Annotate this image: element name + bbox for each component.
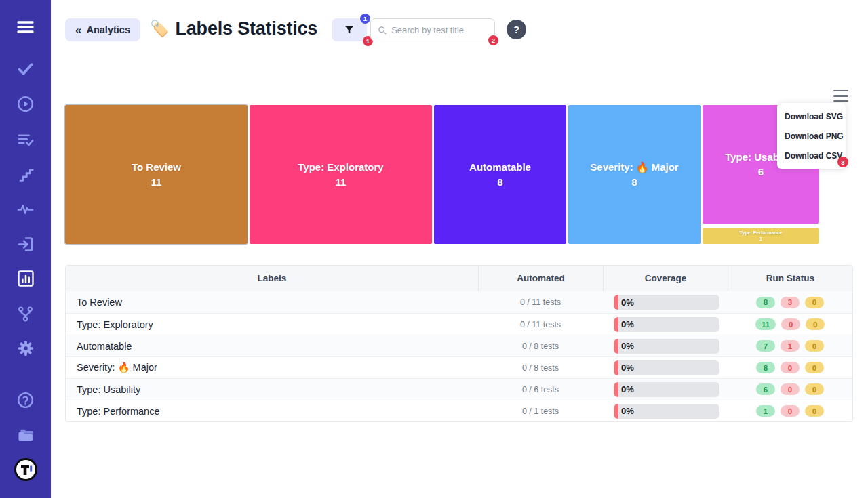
sidebar-item-steps[interactable] bbox=[0, 161, 51, 188]
row-automated: 0 / 8 tests bbox=[478, 341, 603, 351]
stairs-icon bbox=[17, 165, 35, 183]
column-header-coverage: Coverage bbox=[603, 266, 728, 291]
question-circle-icon bbox=[16, 391, 35, 409]
treemap-block-exploratory[interactable]: Type: Exploratory 11 bbox=[250, 105, 432, 244]
hamburger-icon bbox=[833, 90, 848, 91]
treemap-label: Type: Performance bbox=[740, 230, 783, 236]
treemap-value: 8 bbox=[631, 175, 637, 190]
sidebar bbox=[0, 0, 51, 498]
download-csv-item[interactable]: Download CSV bbox=[777, 146, 846, 165]
treemap-block-automatable[interactable]: Automatable 8 bbox=[434, 105, 566, 244]
coverage-bar: 0% bbox=[614, 295, 719, 310]
treemap-block-severity-major[interactable]: Severity: 🔥 Major 8 bbox=[568, 105, 701, 244]
page-title-text: Labels Statistics bbox=[176, 16, 318, 41]
row-coverage: 0% bbox=[603, 404, 728, 419]
sidebar-item-projects[interactable] bbox=[0, 421, 51, 449]
row-label: Type: Performance bbox=[66, 406, 478, 417]
passed-count-badge: 8 bbox=[756, 297, 775, 308]
treemap-label: Automatable bbox=[469, 160, 531, 175]
sidebar-item-analytics[interactable] bbox=[0, 265, 51, 292]
sidebar-logo[interactable] bbox=[0, 456, 51, 483]
page-title: 🏷️ Labels Statistics bbox=[150, 16, 317, 41]
search-input[interactable] bbox=[391, 25, 488, 35]
download-png-item[interactable]: Download PNG bbox=[777, 126, 846, 146]
sidebar-item-test-plans[interactable] bbox=[0, 126, 51, 153]
coverage-fill bbox=[614, 317, 618, 332]
filter-button[interactable]: 1 1 bbox=[332, 18, 367, 41]
failed-count-badge: 0 bbox=[781, 383, 800, 395]
passed-count-badge: 6 bbox=[756, 383, 775, 395]
column-header-automated: Automated bbox=[478, 266, 603, 291]
sidebar-item-import[interactable] bbox=[0, 230, 51, 257]
row-automated: 0 / 11 tests bbox=[478, 320, 603, 329]
treemap-label: To Review bbox=[132, 160, 181, 175]
coverage-fill bbox=[614, 360, 618, 375]
table-row[interactable]: Type: Performance 0 / 1 tests 0% 1 0 0 bbox=[66, 400, 852, 421]
sidebar-item-branches[interactable] bbox=[0, 300, 51, 327]
labels-stats-table: Labels Automated Coverage Run Status To … bbox=[65, 265, 853, 422]
back-chevron-icon: « bbox=[75, 24, 81, 36]
failed-count-badge: 0 bbox=[781, 362, 800, 373]
treemap-block-to-review[interactable]: To Review 11 bbox=[65, 105, 248, 244]
coverage-bar: 0% bbox=[614, 382, 719, 397]
treemap-label: Severity: 🔥 Major bbox=[590, 160, 678, 175]
column-header-run-status: Run Status bbox=[728, 266, 852, 291]
treemap-value: 6 bbox=[758, 165, 764, 180]
row-run-status: 8 3 0 bbox=[728, 297, 852, 308]
filter-funnel-icon bbox=[344, 24, 355, 35]
help-button[interactable]: ? bbox=[507, 20, 526, 39]
git-fork-icon bbox=[16, 305, 35, 323]
table-row[interactable]: Severity: 🔥 Major 0 / 8 tests 0% 8 0 0 bbox=[66, 356, 852, 378]
table-row[interactable]: Type: Usability 0 / 6 tests 0% 6 0 0 bbox=[66, 378, 852, 400]
row-label: Type: Usability bbox=[66, 384, 478, 395]
passed-count-badge: 8 bbox=[756, 362, 775, 373]
label-tag-emoji: 🏷️ bbox=[150, 16, 170, 41]
row-label: To Review bbox=[66, 297, 478, 308]
sidebar-item-pulse[interactable] bbox=[0, 195, 51, 222]
download-svg-item[interactable]: Download SVG bbox=[777, 106, 846, 126]
row-label: Automatable bbox=[66, 341, 478, 352]
row-run-status: 7 1 0 bbox=[728, 340, 852, 352]
chart-export-dropdown: Download SVG Download PNG Download CSV bbox=[777, 103, 846, 169]
search-icon bbox=[378, 25, 387, 35]
skipped-count-badge: 0 bbox=[805, 383, 824, 395]
bar-chart-icon bbox=[16, 269, 35, 288]
back-to-analytics-button[interactable]: « Analytics bbox=[65, 18, 140, 41]
filter-badge-top: 1 bbox=[360, 14, 370, 24]
coverage-fill bbox=[614, 404, 618, 419]
treemap-label: Type: Exploratory bbox=[298, 160, 383, 175]
chart-export-menu-button[interactable] bbox=[833, 90, 848, 102]
row-run-status: 1 0 0 bbox=[728, 405, 852, 417]
sign-in-icon bbox=[16, 235, 35, 253]
labels-treemap: To Review 11 Type: Exploratory 11 Automa… bbox=[65, 105, 819, 244]
skipped-count-badge: 0 bbox=[805, 362, 824, 373]
sidebar-item-tests[interactable] bbox=[0, 55, 51, 82]
help-question-icon: ? bbox=[513, 24, 519, 35]
row-automated: 0 / 11 tests bbox=[478, 297, 603, 307]
app-root: « Analytics 🏷️ Labels Statistics 1 1 2 ? bbox=[0, 0, 868, 498]
play-circle-icon bbox=[16, 95, 35, 113]
treemap-value: 11 bbox=[151, 175, 162, 190]
passed-count-badge: 11 bbox=[755, 318, 776, 330]
column-header-labels: Labels bbox=[66, 266, 478, 291]
coverage-fill bbox=[614, 382, 618, 397]
back-button-label: Analytics bbox=[86, 24, 130, 35]
row-run-status: 8 0 0 bbox=[728, 362, 852, 373]
row-coverage: 0% bbox=[603, 360, 728, 375]
sidebar-item-settings[interactable] bbox=[0, 335, 51, 362]
coverage-bar: 0% bbox=[614, 339, 719, 354]
sidebar-item-help[interactable] bbox=[0, 386, 51, 413]
sidebar-menu-toggle[interactable] bbox=[0, 14, 51, 41]
treemap-value: 11 bbox=[336, 175, 347, 190]
table-row[interactable]: To Review 0 / 11 tests 0% 8 3 0 bbox=[66, 291, 852, 313]
table-row[interactable]: Type: Exploratory 0 / 11 tests 0% 11 0 0 bbox=[66, 313, 852, 335]
coverage-bar: 0% bbox=[614, 317, 719, 332]
coverage-bar: 0% bbox=[614, 404, 719, 419]
sidebar-item-runs[interactable] bbox=[0, 90, 51, 117]
treemap-block-performance[interactable]: Type: Performance 1 bbox=[703, 228, 819, 244]
activity-icon bbox=[16, 200, 35, 218]
table-row[interactable]: Automatable 0 / 8 tests 0% 7 1 0 bbox=[66, 335, 852, 356]
folders-icon bbox=[16, 426, 35, 444]
dropdown-badge: 3 bbox=[837, 157, 848, 167]
hamburger-icon bbox=[16, 20, 35, 35]
